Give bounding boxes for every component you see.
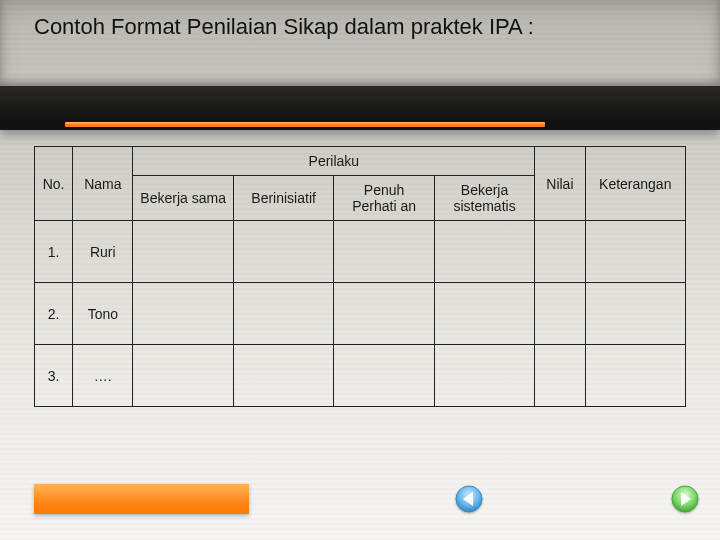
- next-button[interactable]: [670, 484, 700, 518]
- cell-nama: Ruri: [73, 221, 133, 283]
- assessment-table: No. Nama Perilaku Nilai Keterangan Beker…: [34, 146, 686, 407]
- col-nama: Nama: [73, 147, 133, 221]
- cell-c3: [334, 283, 434, 345]
- cell-c2: [233, 283, 333, 345]
- col-no: No.: [35, 147, 73, 221]
- cell-ket: [585, 221, 686, 283]
- cell-no: 2.: [35, 283, 73, 345]
- cell-c3: [334, 221, 434, 283]
- col-penuh-perhatian: Penuh Perhati an: [334, 176, 434, 221]
- cell-c2: [233, 345, 333, 407]
- col-berinisiatif: Berinisiatif: [233, 176, 333, 221]
- cell-nilai: [535, 283, 585, 345]
- cell-no: 1.: [35, 221, 73, 283]
- col-nilai: Nilai: [535, 147, 585, 221]
- col-perilaku: Perilaku: [133, 147, 535, 176]
- cell-c2: [233, 221, 333, 283]
- cell-nilai: [535, 345, 585, 407]
- cell-ket: [585, 345, 686, 407]
- cell-c4: [434, 283, 534, 345]
- col-keterangan: Keterangan: [585, 147, 686, 221]
- cell-nilai: [535, 221, 585, 283]
- arrow-left-icon: [454, 484, 484, 514]
- table-row: 3. ….: [35, 345, 686, 407]
- cell-c1: [133, 221, 233, 283]
- cell-nama: Tono: [73, 283, 133, 345]
- accent-footer-bar: [34, 484, 249, 514]
- col-bekerja-sama: Bekerja sama: [133, 176, 233, 221]
- page-title: Contoh Format Penilaian Sikap dalam prak…: [34, 14, 686, 40]
- cell-c4: [434, 345, 534, 407]
- cell-ket: [585, 283, 686, 345]
- cell-nama: ….: [73, 345, 133, 407]
- prev-button[interactable]: [454, 484, 484, 518]
- accent-underline: [65, 122, 545, 127]
- cell-c4: [434, 221, 534, 283]
- cell-c3: [334, 345, 434, 407]
- cell-c1: [133, 283, 233, 345]
- table-row: 1. Ruri: [35, 221, 686, 283]
- col-bekerja-sistematis: Bekerja sistematis: [434, 176, 534, 221]
- cell-no: 3.: [35, 345, 73, 407]
- cell-c1: [133, 345, 233, 407]
- arrow-right-icon: [670, 484, 700, 514]
- table-row: 2. Tono: [35, 283, 686, 345]
